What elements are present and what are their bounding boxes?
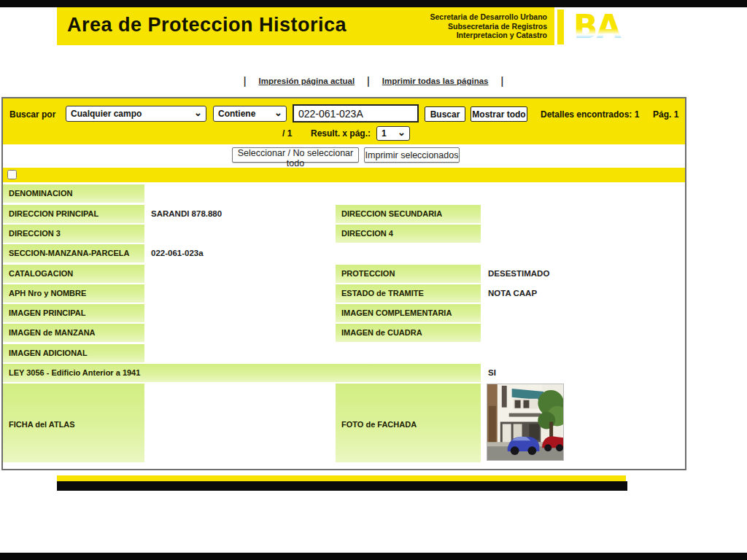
search-by-label: Buscar por (9, 109, 55, 120)
field-label-imagen-adicional: IMAGEN ADICIONAL (3, 344, 144, 362)
page-title: Area de Proteccion Historica (67, 14, 347, 36)
search-toolbar: Buscar por Cualquier campo ⌄ Contiene ⌄ … (3, 98, 685, 144)
field-label-seccion-manzana-parcela: SECCION-MANZANA-PARCELA (3, 244, 144, 262)
search-query-input[interactable] (293, 104, 419, 122)
per-page-selected-value: 1 (382, 128, 387, 139)
search-field-select[interactable]: Cualquier campo ⌄ (66, 106, 206, 122)
bottom-black-bar (0, 553, 747, 560)
header-separator-bar (557, 9, 564, 44)
link-separator: | (367, 75, 369, 87)
field-label-ficha-del-atlas: FICHA del ATLAS (3, 384, 144, 462)
chevron-down-icon: ⌄ (274, 107, 282, 118)
results-count: Detalles encontrados: 1 (541, 109, 639, 120)
print-all-pages-link[interactable]: Imprimir todas las páginas (382, 77, 489, 85)
show-all-button[interactable]: Mostrar todo (471, 106, 527, 122)
page-indicator: Pág. 1 (653, 109, 678, 120)
page-fraction: / 1 (282, 128, 292, 139)
facade-photo (487, 384, 564, 461)
footer-yellow-bar (57, 475, 626, 481)
field-label-ley-3056: LEY 3056 - Edificio Anterior a 1941 (3, 364, 481, 382)
field-label-catalogacion: CATALOGACION (3, 265, 144, 283)
field-label-foto-de-fachada: FOTO de FACHADA (336, 384, 481, 462)
field-value-seccion-manzana-parcela: 022-061-023a (151, 249, 204, 257)
search-field-selected-value: Cualquier campo (71, 109, 142, 119)
org-line-1: Secretaria de Desarrollo Urbano (430, 12, 547, 22)
app-header: Area de Proteccion Historica Secretaria … (57, 7, 554, 45)
field-label-aph-nro-y-nombre: APH Nro y NOMBRE (3, 284, 144, 303)
main-panel: Buscar por Cualquier campo ⌄ Contiene ⌄ … (1, 97, 686, 470)
footer-black-bar (57, 481, 627, 491)
print-current-page-link[interactable]: Impresión página actual (259, 77, 355, 85)
field-label-imagen-de-manzana: IMAGEN de MANZANA (3, 324, 144, 342)
per-page-select[interactable]: 1 ⌄ (376, 126, 410, 141)
field-label-proteccion: PROTECCION (336, 265, 481, 283)
record-select-checkbox[interactable] (7, 170, 17, 179)
field-value-direccion-principal: SARANDI 878.880 (151, 209, 222, 218)
chevron-down-icon: ⌄ (194, 107, 202, 118)
page: Area de Proteccion Historica Secretaria … (0, 0, 747, 560)
field-label-estado-de-tramite: ESTADO de TRAMITE (336, 284, 481, 303)
top-black-bar (0, 0, 747, 7)
field-label-direccion-3: DIRECCION 3 (3, 225, 144, 243)
record-select-band (3, 168, 685, 182)
field-label-imagen-de-cuadra: IMAGEN de CUADRA (336, 324, 481, 342)
link-separator: | (501, 75, 503, 87)
print-links-bar: | Impresión página actual | Imprimir tod… (0, 77, 747, 85)
chevron-down-icon: ⌄ (398, 127, 406, 138)
per-page-label: Result. x pág.: (311, 128, 371, 139)
field-label-direccion-principal: DIRECCION PRINCIPAL (3, 205, 144, 223)
ba-logo: BA (572, 9, 630, 42)
search-button[interactable]: Buscar (425, 106, 465, 122)
ba-logo-text: BA (573, 9, 622, 42)
field-label-denominacion: DENOMINACION (3, 184, 144, 203)
field-label-imagen-complementaria: IMAGEN COMPLEMENTARIA (336, 304, 481, 322)
select-all-button[interactable]: Seleccionar / No seleccionar todo (232, 147, 359, 163)
org-line-2: Subsecretaria de Registros (430, 22, 547, 31)
field-value-ley-3056: SI (488, 368, 496, 377)
field-value-estado-de-tramite: NOTA CAAP (488, 289, 537, 298)
field-label-direccion-secundaria: DIRECCION SECUNDARIA (336, 205, 481, 223)
field-label-direccion-4: DIRECCION 4 (336, 225, 481, 243)
operator-selected-value: Contiene (218, 109, 255, 119)
field-label-imagen-principal: IMAGEN PRINCIPAL (3, 304, 144, 322)
print-selected-button[interactable]: Imprimir seleccionados (364, 147, 460, 163)
field-value-proteccion: DESESTIMADO (488, 269, 549, 278)
org-name: Secretaria de Desarrollo Urbano Subsecre… (430, 12, 547, 40)
operator-select[interactable]: Contiene ⌄ (213, 106, 287, 122)
org-line-3: Interpretacion y Catastro (430, 31, 547, 40)
link-separator: | (244, 75, 246, 87)
